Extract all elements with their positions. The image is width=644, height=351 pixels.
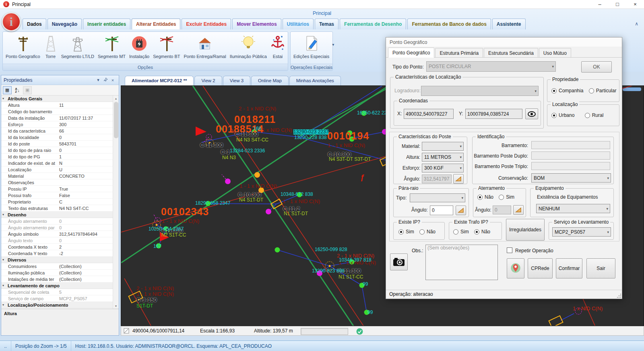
property-grid-scrollbar[interactable]: ▴ ▾ [113, 96, 119, 309]
property-row-id-do-tipo-de-para-raio[interactable]: Id do tipo de pára raio0 [1, 147, 119, 154]
property-row-data-da-instalacao[interactable]: Data da instalação11/07/2017 11:37 [1, 115, 119, 121]
cpgeo-button[interactable] [507, 258, 524, 278]
ribbon-tab-utilitarios[interactable]: Utilitários [283, 19, 314, 29]
iluminacao-publica-button[interactable]: Iluminação Pública [228, 33, 268, 59]
ribbon-tab-mover-elementos[interactable]: Mover Elementos [232, 19, 281, 29]
application-menu-button[interactable]: i [2, 12, 21, 31]
existe-trafo-sim-radio[interactable] [453, 229, 458, 235]
close-panel-icon[interactable]: × [109, 78, 116, 83]
scroll-up-icon[interactable]: ▴ [115, 96, 117, 101]
property-row-coordenada-x-texto[interactable]: Coordenada X texto2 [1, 244, 119, 250]
urbano-radio[interactable] [551, 113, 557, 118]
property-row-material[interactable]: MaterialCONCRETO [1, 173, 119, 179]
ribbon-tab-excluir-entidades[interactable]: Excluir Entidades [182, 19, 231, 29]
ribbon-tab-ferramentas-de-desenho[interactable]: Ferramentas de Desenho [340, 19, 406, 29]
obs-textarea[interactable] [425, 245, 498, 280]
y-coordinate-input[interactable] [465, 109, 522, 119]
map-tab-alimentador-mcp2-012[interactable]: Alimentador MCP2-012 ** [125, 76, 194, 85]
tab-estrutura-secundaria[interactable]: Estrutura Secundária [484, 48, 538, 57]
property-category-localizacao-posicionamento[interactable]: ▾Localização/Posicionamento [1, 302, 119, 308]
property-row-id-do-tipo-de-pg[interactable]: Id do tipo de PG1 [1, 154, 119, 160]
altura-combo[interactable]: 11 METROS▾ [422, 153, 464, 162]
aterramento-sim-radio[interactable] [499, 195, 504, 200]
maximize-button[interactable]: □ [609, 0, 626, 8]
particular-radio[interactable] [589, 88, 594, 93]
angle-picker-button[interactable] [453, 174, 464, 184]
property-row-consumidores[interactable]: Consumidores(Collection) [1, 263, 119, 270]
dropdown-arrow-icon[interactable]: ▾ [332, 42, 334, 47]
property-category-levantamento-de-campo[interactable]: ▾Levantamento de campo [1, 282, 119, 289]
categorized-view-button[interactable]: ▦ [3, 86, 12, 94]
barramento-input[interactable] [531, 141, 610, 149]
angle-picker-button[interactable] [513, 205, 524, 215]
segmento-lt-ld-button[interactable]: Segmento LT/LD [60, 33, 96, 59]
ribbon-tab-ferramentas-de-banco-de-dados[interactable]: Ferramentas de Banco de dados [407, 19, 491, 29]
ponto-entrega-ramal-button[interactable]: Ponto Entrega/Ramal [182, 33, 227, 59]
existe-ip-sim-radio[interactable] [398, 229, 404, 235]
pin-icon[interactable] [102, 77, 109, 83]
equipamento-combo[interactable]: NENHUM▾ [536, 204, 610, 213]
photo-button[interactable] [390, 253, 408, 270]
scrollbar-thumb[interactable] [114, 102, 118, 138]
conservacao-combo[interactable]: BOM▾ [531, 173, 611, 183]
property-row-id-da-caracteristica[interactable]: Id da característica66 [1, 128, 119, 134]
property-row-angulo-simbolo[interactable]: Ângulo símbolo312,541797846494 [1, 231, 119, 237]
companhia-radio[interactable] [551, 88, 557, 93]
property-row-id-do-poste[interactable]: Id do poste5843701 [1, 141, 119, 147]
property-category-diversos[interactable]: ▾Diversos [1, 257, 119, 263]
cprede-button[interactable]: CPRede [528, 258, 553, 278]
property-row-sequencial-de-coleta[interactable]: Sequencial de coleta5 [1, 289, 119, 295]
map-tab-minhas-anotacoes[interactable]: Minhas Anotações [289, 76, 341, 85]
property-category-atributos-gerais[interactable]: ▾Atributos Gerais [1, 96, 119, 102]
property-row-angulo-texto[interactable]: Ângulo texto0 [1, 237, 119, 244]
para-raio-angulo-input[interactable] [430, 206, 453, 215]
irregularidades-button[interactable]: Irregularidades [506, 219, 545, 241]
servico-levantamento-combo[interactable]: MCP2_PS057▾ [552, 227, 611, 237]
property-grid[interactable]: ▾Atributos GeraisAltura11Código do barra… [1, 96, 119, 309]
material-combo[interactable]: ▾ [422, 142, 464, 151]
map-tab-view-2[interactable]: View 2 [194, 76, 222, 85]
ribbon-tab-inserir-entidades[interactable]: Inserir entidades [83, 19, 130, 29]
aterramento-angulo-input[interactable] [493, 206, 511, 214]
existe-trafo-nao-radio[interactable] [474, 229, 479, 235]
tipo-do-ponto-combo[interactable]: POSTE CIRCULAR▾ [426, 61, 556, 72]
ribbon-tab-assistente[interactable]: Assistente [492, 19, 526, 29]
close-button[interactable]: × [626, 0, 644, 8]
logradouro-combo[interactable]: ▾ [421, 86, 539, 96]
panel-menu-icon[interactable]: ▾ [95, 77, 102, 83]
barramento-duplo-input[interactable] [531, 152, 610, 160]
resize-grip[interactable] [616, 293, 621, 298]
estai-button[interactable]: Estai [269, 33, 287, 59]
dialog-title[interactable]: Ponto Geográfico [386, 37, 622, 47]
statusbar-overflow[interactable]: .. [0, 341, 11, 351]
property-category-desenho[interactable]: ▾Desenho [1, 212, 119, 218]
ribbon-tab-temas[interactable]: Temas [315, 19, 339, 29]
property-row-esforco[interactable]: Esforço300 [1, 121, 119, 128]
property-row-indicador-de-exist-de-at[interactable]: Indicador de exist. de atN [1, 160, 119, 166]
show-on-map-button[interactable] [525, 108, 538, 119]
property-row-proprietario[interactable]: ProprietarioC [1, 199, 119, 205]
ponto-geografico-button[interactable]: Ponto Geografico [4, 33, 42, 59]
tab-uso-mutuo[interactable]: Uso Mútuo [539, 48, 571, 57]
para-raio-tipo-combo[interactable]: ▾ [410, 193, 465, 202]
property-row-possui-trafo[interactable]: Possui trafoFalse [1, 192, 119, 199]
tab-ponto-geografico[interactable]: Ponto Geográfico [388, 48, 434, 58]
property-row-localizacao[interactable]: LocalizaçãoU [1, 166, 119, 173]
instalacao-button[interactable]: Instalação [128, 33, 151, 59]
ok-button[interactable]: OK [581, 61, 612, 73]
property-row-altura[interactable]: Altura11 [1, 102, 119, 108]
minimize-button[interactable]: – [591, 0, 609, 8]
confirmar-button[interactable]: Confirmar [556, 258, 582, 278]
segmento-mt-button[interactable]: Segmento MT [96, 33, 127, 59]
property-row-coordenada-y-texto[interactable]: Coordenada Y texto-2 [1, 250, 119, 257]
property-row-codigo-do-barramento[interactable]: Código do barramento [1, 108, 119, 115]
property-row-angulo-aterramento-par[interactable]: Ângulo aterramento par0 [1, 224, 119, 231]
tab-estrutura-primaria[interactable]: Estrutura Primária [435, 48, 483, 57]
segmento-bt-button[interactable]: Segmento BT [151, 33, 182, 59]
rural-radio[interactable] [585, 113, 590, 118]
ribbon-tab-alterar-entidades[interactable]: Alterar Entidades [132, 19, 180, 29]
ribbon-collapse-icon[interactable]: ∧ [635, 21, 638, 27]
barramento-triplo-input[interactable] [531, 162, 610, 170]
property-row-possiu-ip[interactable]: Possiu IPTrue [1, 186, 119, 192]
aterramento-nao-radio[interactable] [477, 195, 483, 200]
